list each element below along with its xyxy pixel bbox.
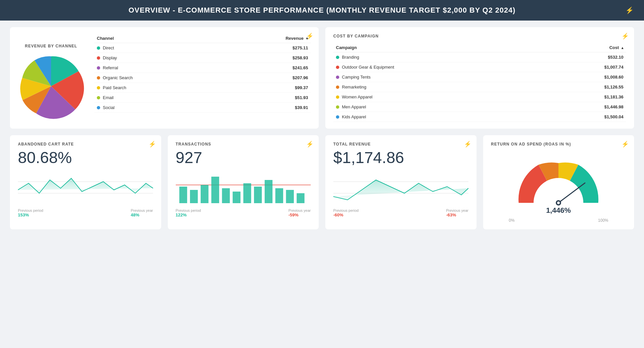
total-revenue-prev-year: Previous year -63% [446, 208, 468, 217]
campaign-cost-value: $1,008.60 [545, 72, 626, 82]
revenue-channel-value: $275.11 [224, 43, 311, 53]
transactions-value: 927 [176, 149, 311, 167]
campaign-name: Men Apparel [333, 102, 545, 112]
svg-rect-5 [201, 185, 209, 203]
revenue-table-row: Organic Search $207.96 [94, 73, 311, 83]
svg-text:1,446%: 1,446% [546, 206, 571, 214]
svg-point-20 [557, 202, 560, 204]
total-revenue-card: ⚡ TOTAL REVENUE $1,174.86 [325, 135, 477, 229]
abandoned-cart-prev-period-value: 153% [18, 212, 43, 217]
campaign-card-icon[interactable]: ⚡ [621, 32, 629, 40]
transactions-prev-period: Previous period 122% [176, 208, 201, 217]
campaign-table-row: Women Apparel $1,181.36 [333, 92, 626, 102]
campaign-table-row: Branding $532.10 [333, 52, 626, 62]
svg-rect-7 [222, 188, 230, 203]
revenue-data-table: Channel Revenue ▾ Direct $275.11 [94, 34, 311, 113]
revenue-channel-name: Display [94, 53, 224, 63]
svg-rect-12 [275, 188, 283, 203]
transactions-prev-year: Previous year -59% [289, 208, 311, 217]
svg-rect-6 [211, 177, 219, 203]
revenue-card-icon[interactable]: ⚡ [306, 32, 313, 40]
svg-rect-13 [286, 190, 294, 203]
revenue-channel-value: $258.93 [224, 53, 311, 63]
revenue-col-header[interactable]: Revenue ▾ [224, 34, 311, 43]
campaign-cost-value: $1,181.36 [545, 92, 626, 102]
total-revenue-prev-period: Previous period -60% [333, 208, 358, 217]
revenue-table-row: Referral $241.65 [94, 63, 311, 73]
revenue-channel-name: Social [94, 103, 224, 113]
campaign-table-row: Camping Tents $1,008.60 [333, 72, 626, 82]
revenue-table-row: Display $258.93 [94, 53, 311, 63]
revenue-channel-value: $207.96 [224, 73, 311, 83]
revenue-table-row: Paid Search $99.37 [94, 83, 311, 93]
abandoned-cart-prev-year: Previous year 48% [131, 208, 153, 217]
transactions-prev-year-value: -59% [289, 212, 311, 217]
transactions-sparkline [176, 170, 311, 206]
revenue-pie-chart [18, 53, 84, 119]
revenue-table-row: Direct $275.11 [94, 43, 311, 53]
gauge-labels: 0% 100% [509, 218, 608, 223]
transactions-icon[interactable]: ⚡ [306, 141, 313, 148]
total-revenue-comparison: Previous period -60% Previous year -63% [333, 208, 469, 217]
campaign-name: Branding [333, 52, 545, 62]
campaign-cost-value: $1,446.98 [545, 102, 626, 112]
top-row: ⚡ REVENUE BY CHANNEL [10, 27, 634, 129]
campaign-name: Remarketing [333, 82, 545, 92]
roas-icon[interactable]: ⚡ [621, 141, 629, 148]
svg-rect-10 [254, 187, 262, 203]
campaign-cost-value: $1,500.04 [545, 112, 626, 122]
svg-rect-11 [265, 180, 273, 203]
svg-rect-14 [296, 193, 304, 203]
header-chart-icon: ⚡ [625, 6, 634, 14]
total-revenue-value: $1,174.86 [333, 149, 469, 167]
roas-title: RETURN ON AD SPEND (ROAS IN %) [491, 142, 626, 146]
roas-gauge: 1,446% 0% 100% [491, 150, 626, 223]
cost-by-campaign-card: ⚡ COST BY CAMPAIGN Campaign Cost ▴ [325, 27, 634, 129]
campaign-table-row: Remarketing $1,126.55 [333, 82, 626, 92]
campaign-cost-value: $532.10 [545, 52, 626, 62]
bottom-row: ⚡ ABANDONED CART RATE 80.68% [10, 135, 634, 229]
abandoned-cart-comparison: Previous period 153% Previous year 48% [18, 208, 153, 217]
abandoned-cart-title: ABANDONED CART RATE [18, 142, 153, 146]
channel-col-header: Channel [94, 34, 224, 43]
page-header: OVERVIEW - E-COMMERCE STORE PERFORMANCE … [0, 0, 644, 21]
total-revenue-icon[interactable]: ⚡ [464, 141, 471, 148]
svg-rect-8 [232, 192, 240, 203]
transactions-title: TRANSACTIONS [176, 142, 311, 146]
transactions-prev-period-value: 122% [176, 212, 201, 217]
campaign-col-header: Campaign [333, 43, 545, 52]
cost-sort-icon: ▴ [621, 46, 623, 50]
revenue-channel-value: $51.93 [224, 93, 311, 103]
revenue-channel-value: $99.37 [224, 83, 311, 93]
abandoned-cart-prev-period: Previous period 153% [18, 208, 43, 217]
campaign-data-table: Campaign Cost ▴ Branding $532.10 [333, 43, 626, 122]
campaign-table-row: Outdoor Gear & Equipment $1,007.74 [333, 62, 626, 72]
revenue-chart-area: REVENUE BY CHANNEL [18, 34, 84, 119]
revenue-channel-name: Paid Search [94, 83, 224, 93]
revenue-channel-value: $241.65 [224, 63, 311, 73]
revenue-table: Channel Revenue ▾ Direct $275.11 [94, 34, 311, 113]
svg-rect-9 [243, 183, 251, 203]
total-revenue-prev-period-value: -60% [333, 212, 358, 217]
campaign-cost-value: $1,126.55 [545, 82, 626, 92]
abandoned-cart-sparkline [18, 170, 153, 206]
revenue-table-row: Email $51.93 [94, 93, 311, 103]
total-revenue-title: TOTAL REVENUE [333, 142, 469, 146]
revenue-channel-value: $39.91 [224, 103, 311, 113]
revenue-table-row: Social $39.91 [94, 103, 311, 113]
revenue-channel-name: Direct [94, 43, 224, 53]
campaign-cost-value: $1,007.74 [545, 62, 626, 72]
abandoned-cart-value: 80.68% [18, 149, 153, 167]
gauge-max-label: 100% [598, 218, 609, 223]
revenue-by-channel-card: ⚡ REVENUE BY CHANNEL [10, 27, 319, 129]
cost-col-header[interactable]: Cost ▴ [545, 43, 626, 52]
abandoned-cart-icon[interactable]: ⚡ [149, 141, 156, 148]
svg-rect-3 [179, 187, 187, 203]
campaign-name: Kids Apparel [333, 112, 545, 122]
page-title: OVERVIEW - E-COMMERCE STORE PERFORMANCE … [128, 6, 515, 15]
abandoned-cart-card: ⚡ ABANDONED CART RATE 80.68% [10, 135, 161, 229]
main-content: ⚡ REVENUE BY CHANNEL [0, 21, 644, 236]
transactions-comparison: Previous period 122% Previous year -59% [176, 208, 311, 217]
revenue-channel-name: Referral [94, 63, 224, 73]
total-revenue-sparkline [333, 170, 469, 206]
